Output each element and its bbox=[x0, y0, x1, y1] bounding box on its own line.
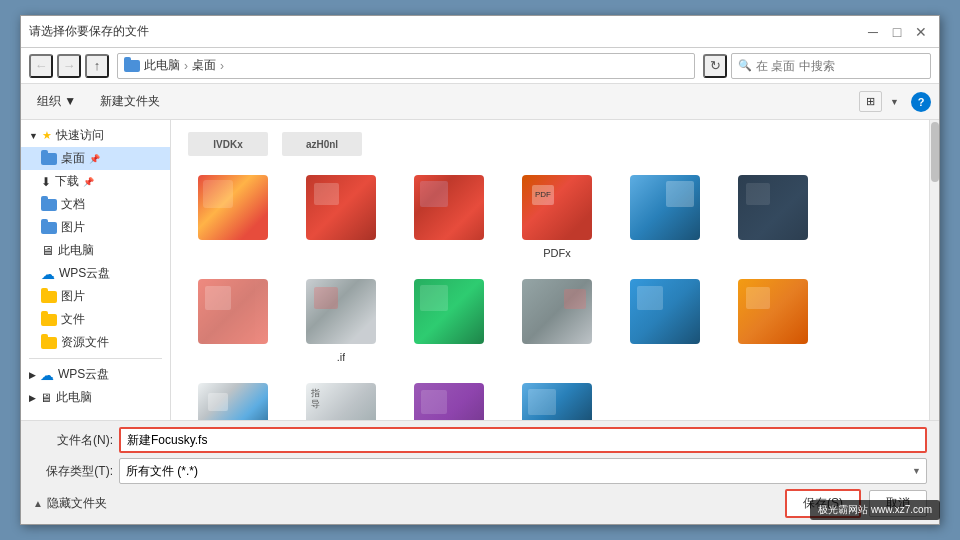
watermark-site: 极光霸网站 bbox=[818, 504, 868, 515]
sidebar-wps-resources-label: 资源文件 bbox=[61, 334, 109, 351]
hide-folders-toggle[interactable]: ▲ 隐藏文件夹 bbox=[33, 495, 107, 512]
sidebar-item-wps-cloud[interactable]: ☁ WPS云盘 bbox=[21, 262, 170, 285]
sidebar-item-wps-resources[interactable]: 资源文件 bbox=[21, 331, 170, 354]
list-item[interactable] bbox=[399, 272, 499, 368]
sidebar-pics-label: 图片 bbox=[61, 219, 85, 236]
list-item[interactable]: 指导 指.txt bbox=[291, 377, 391, 420]
folder-icon bbox=[124, 60, 140, 72]
top-files-row: IVDKx azH0nl bbox=[179, 128, 931, 164]
list-item[interactable] bbox=[723, 272, 823, 368]
scrollbar-thumb[interactable] bbox=[931, 122, 939, 182]
minimize-button[interactable]: ─ bbox=[863, 22, 883, 42]
forward-button[interactable]: → bbox=[57, 54, 81, 78]
filename-input[interactable] bbox=[119, 427, 927, 453]
close-button[interactable]: ✕ bbox=[911, 22, 931, 42]
file-thumb bbox=[301, 172, 381, 242]
breadcrumb-sep2: › bbox=[220, 59, 224, 73]
list-item[interactable] bbox=[183, 272, 283, 368]
sidebar-computer-label: 此电脑 bbox=[58, 242, 94, 259]
breadcrumb-sep1: › bbox=[184, 59, 188, 73]
file-thumb bbox=[409, 276, 489, 346]
pin-icon: 📌 bbox=[89, 154, 100, 164]
list-item[interactable] bbox=[507, 377, 607, 420]
title-bar: 请选择你要保存的文件 ─ □ ✕ bbox=[21, 16, 939, 48]
filename-row: 文件名(N): bbox=[33, 427, 927, 453]
breadcrumb-part2: 桌面 bbox=[192, 57, 216, 74]
maximize-button[interactable]: □ bbox=[887, 22, 907, 42]
sidebar-item-desktop[interactable]: 桌面 📌 bbox=[21, 147, 170, 170]
nav-bar: ← → ↑ 此电脑 › 桌面 › ↻ 🔍 bbox=[21, 48, 939, 84]
organize-button[interactable]: 组织 ▼ bbox=[29, 90, 84, 113]
sidebar-item-computer[interactable]: 🖥 此电脑 bbox=[21, 239, 170, 262]
file-thumb bbox=[733, 172, 813, 242]
sidebar-wps-pics-label: 图片 bbox=[61, 288, 85, 305]
search-input[interactable] bbox=[756, 59, 924, 73]
file-thumb bbox=[517, 276, 597, 346]
sidebar-item-docs[interactable]: 文档 bbox=[21, 193, 170, 216]
list-item[interactable] bbox=[507, 272, 607, 368]
watermark: 极光霸网站 www.xz7.com bbox=[810, 500, 940, 520]
refresh-button[interactable]: ↻ bbox=[703, 54, 727, 78]
file-thumb bbox=[193, 276, 273, 346]
file-thumb bbox=[625, 172, 705, 242]
sidebar-item-pics[interactable]: 图片 bbox=[21, 216, 170, 239]
file-area-wrapper: IVDKx azH0nl bbox=[171, 120, 939, 420]
sidebar-quick-access-header[interactable]: ▼ ★ 快速访问 bbox=[21, 124, 170, 147]
list-item[interactable] bbox=[399, 377, 499, 420]
top-file-ivdkx[interactable]: IVDKx bbox=[183, 128, 273, 160]
back-button[interactable]: ← bbox=[29, 54, 53, 78]
wps-cloud-icon: ☁ bbox=[41, 266, 55, 282]
list-item[interactable]: PDF PDFx bbox=[507, 168, 607, 264]
azh0nl-label: azH0nl bbox=[306, 139, 338, 150]
filetype-row: 保存类型(T): 所有文件 (*.*) bbox=[33, 458, 927, 484]
file-thumb bbox=[409, 381, 489, 420]
sidebar-wps-section-label: WPS云盘 bbox=[58, 366, 109, 383]
scrollbar-vertical[interactable] bbox=[929, 120, 939, 420]
list-item[interactable] bbox=[615, 168, 715, 264]
sidebar-pc-section-label: 此电脑 bbox=[56, 389, 92, 406]
sidebar-download-label: 下载 bbox=[55, 173, 79, 190]
filetype-select[interactable]: 所有文件 (*.*) bbox=[119, 458, 927, 484]
sidebar-item-wps-pics[interactable]: 图片 bbox=[21, 285, 170, 308]
ivdkx-thumb: IVDKx bbox=[188, 132, 268, 156]
sidebar-divider bbox=[29, 358, 162, 359]
bottom-bar: 文件名(N): 保存类型(T): 所有文件 (*.*) ▲ 隐藏文件夹 保存(S… bbox=[21, 420, 939, 524]
help-button[interactable]: ? bbox=[911, 92, 931, 112]
file-thumb bbox=[193, 381, 273, 420]
sidebar-docs-label: 文档 bbox=[61, 196, 85, 213]
view-toggle-button[interactable]: ⊞ bbox=[859, 91, 882, 112]
chevron-right-icon2: ▶ bbox=[29, 393, 36, 403]
file-thumb: 指导 bbox=[301, 381, 381, 420]
new-folder-button[interactable]: 新建文件夹 bbox=[92, 90, 168, 113]
sidebar: ▼ ★ 快速访问 桌面 📌 ⬇ 下载 📌 文档 bbox=[21, 120, 171, 420]
toolbar: 组织 ▼ 新建文件夹 ⊞ ▼ ? bbox=[21, 84, 939, 120]
list-item[interactable] bbox=[291, 168, 391, 264]
file-grid: PDF PDFx bbox=[179, 164, 931, 420]
list-item[interactable] bbox=[183, 168, 283, 264]
pin-icon2: 📌 bbox=[83, 177, 94, 187]
sidebar-wps-section[interactable]: ▶ ☁ WPS云盘 bbox=[21, 363, 170, 386]
desktop-folder-icon bbox=[41, 153, 57, 165]
sidebar-item-download[interactable]: ⬇ 下载 📌 bbox=[21, 170, 170, 193]
up-button[interactable]: ↑ bbox=[85, 54, 109, 78]
filetype-select-wrapper: 所有文件 (*.*) bbox=[119, 458, 927, 484]
wps-files-icon bbox=[41, 314, 57, 326]
list-item[interactable] bbox=[615, 272, 715, 368]
hide-folders-label: 隐藏文件夹 bbox=[47, 495, 107, 512]
filename-label: 文件名(N): bbox=[33, 432, 113, 449]
list-item[interactable] bbox=[399, 168, 499, 264]
wps-resources-icon bbox=[41, 337, 57, 349]
computer-icon: 🖥 bbox=[41, 243, 54, 258]
file-name: PDFx bbox=[543, 246, 571, 260]
file-thumb bbox=[733, 276, 813, 346]
pc-icon: 🖥 bbox=[40, 391, 52, 405]
sidebar-item-wps-files[interactable]: 文件 bbox=[21, 308, 170, 331]
chevron-right-icon: ▶ bbox=[29, 370, 36, 380]
sidebar-pc-section[interactable]: ▶ 🖥 此电脑 bbox=[21, 386, 170, 409]
top-file-azh0nl[interactable]: azH0nl bbox=[277, 128, 367, 160]
list-item[interactable]: 1.jpg bbox=[183, 377, 283, 420]
main-content: ▼ ★ 快速访问 桌面 📌 ⬇ 下载 📌 文档 bbox=[21, 120, 939, 420]
list-item[interactable]: .if bbox=[291, 272, 391, 368]
file-thumb bbox=[625, 276, 705, 346]
list-item[interactable] bbox=[723, 168, 823, 264]
